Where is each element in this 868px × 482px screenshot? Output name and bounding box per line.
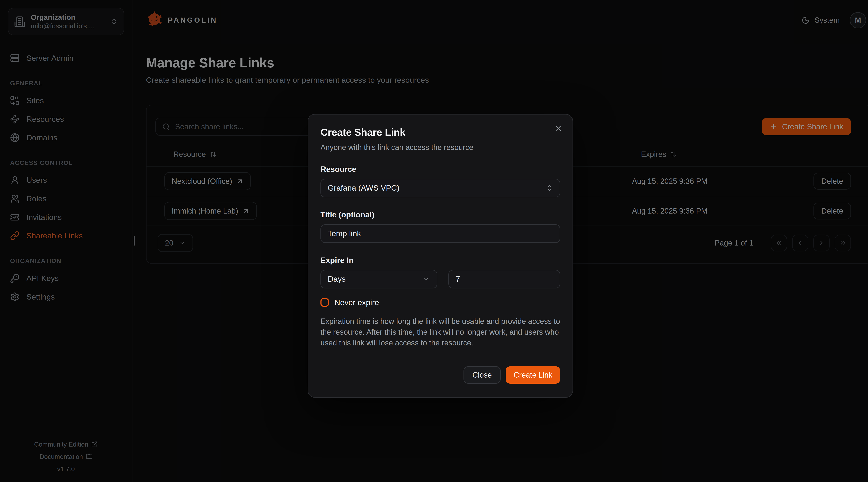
never-expire-row[interactable]: Never expire: [320, 298, 560, 307]
modal-title: Create Share Link: [320, 126, 560, 138]
modal-subtitle: Anyone with this link can access the res…: [320, 143, 560, 152]
never-expire-checkbox[interactable]: [320, 298, 329, 307]
title-field-label: Title (optional): [320, 210, 560, 219]
create-link-button[interactable]: Create Link: [506, 366, 560, 384]
title-input-value: Temp link: [328, 229, 361, 238]
expire-value: 7: [456, 275, 460, 284]
resource-select-value: Grafana (AWS VPC): [328, 183, 399, 193]
title-input[interactable]: Temp link: [320, 224, 560, 243]
expiration-description: Expiration time is how long the link wil…: [320, 316, 560, 348]
expire-unit-select[interactable]: Days: [320, 270, 437, 288]
modal-actions: Close Create Link: [320, 366, 560, 384]
expire-value-input[interactable]: 7: [448, 270, 560, 288]
create-share-link-modal: Create Share Link Anyone with this link …: [308, 114, 573, 398]
resource-field-label: Resource: [320, 165, 560, 174]
expire-in-label: Expire In: [320, 256, 560, 265]
close-icon[interactable]: [553, 123, 563, 134]
close-button[interactable]: Close: [464, 366, 501, 384]
chevron-down-icon: [423, 275, 430, 283]
expire-unit-value: Days: [328, 275, 346, 284]
resource-select[interactable]: Grafana (AWS VPC): [320, 179, 560, 197]
never-expire-label: Never expire: [335, 298, 379, 307]
expire-row: Days 7: [320, 270, 560, 288]
chevrons-up-down-icon: [546, 185, 553, 192]
app-root: Organization milo@fossorial.io's ... Ser…: [0, 0, 868, 482]
